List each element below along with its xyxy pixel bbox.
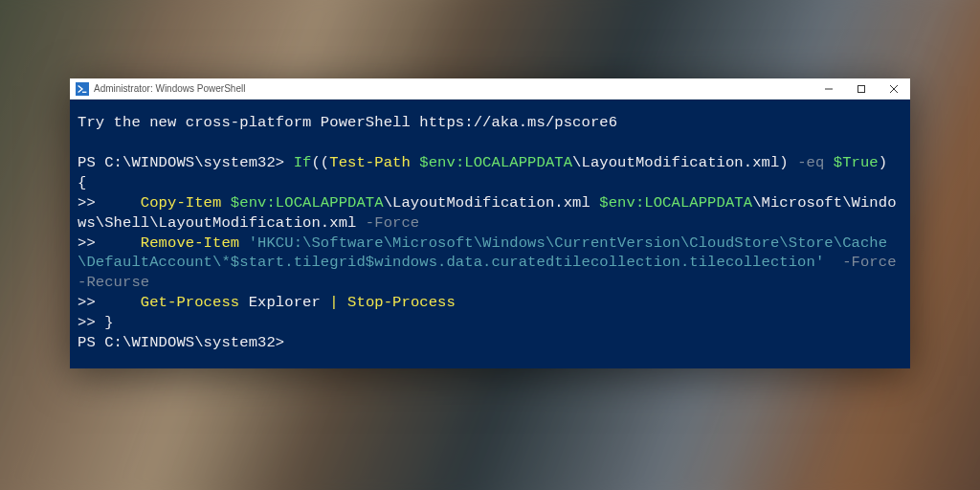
param-force: -Force — [366, 214, 419, 232]
cmdlet-stop-process: Stop-Process — [347, 294, 456, 311]
prompt: PS C:\WINDOWS\system32> — [78, 154, 294, 171]
if-keyword: If — [294, 154, 312, 171]
arg-explorer: Explorer — [249, 294, 330, 311]
prompt: PS C:\WINDOWS\system32> — [78, 334, 284, 351]
cmdlet-test-path: Test-Path — [329, 154, 419, 171]
path-text: \LayoutModification.xml) — [572, 154, 797, 171]
maximize-button[interactable] — [845, 78, 878, 100]
terminal-output[interactable]: Try the new cross-platform PowerShell ht… — [70, 100, 910, 368]
path-text: \LayoutModification.xml — [384, 194, 600, 212]
pipe: | — [329, 294, 347, 311]
cmdlet-copy-item: Copy-Item — [141, 194, 231, 212]
env-var: $env:LOCALAPPDATA — [419, 154, 572, 171]
paren: (( — [311, 154, 329, 171]
powershell-window: Administrator: Windows PowerShell Try th… — [70, 78, 910, 368]
spacer — [824, 254, 842, 271]
svg-rect-1 — [82, 91, 86, 92]
param-force: -Force — [842, 254, 905, 271]
window-title: Administrator: Windows PowerShell — [94, 83, 245, 94]
close-button[interactable] — [878, 78, 910, 100]
operator-eq: -eq — [797, 154, 834, 171]
continuation: >> — [78, 294, 141, 311]
cmdlet-remove-item: Remove-Item — [141, 234, 249, 252]
cmdlet-get-process: Get-Process — [141, 294, 249, 311]
env-var: $env:LOCALAPPDATA — [231, 194, 384, 212]
brace-close: } — [104, 314, 113, 331]
param-recurse: -Recurse — [78, 274, 149, 291]
continuation: >> — [78, 234, 141, 252]
minimize-button[interactable] — [813, 78, 845, 100]
continuation: >> — [78, 194, 141, 212]
env-var: $env:LOCALAPPDATA — [599, 194, 752, 212]
titlebar[interactable]: Administrator: Windows PowerShell — [70, 78, 910, 100]
svg-rect-3 — [858, 85, 865, 92]
powershell-icon — [76, 82, 89, 96]
true-literal: $True — [834, 154, 879, 171]
continuation: >> — [78, 314, 104, 331]
terminal-banner: Try the new cross-platform PowerShell ht… — [78, 114, 617, 131]
